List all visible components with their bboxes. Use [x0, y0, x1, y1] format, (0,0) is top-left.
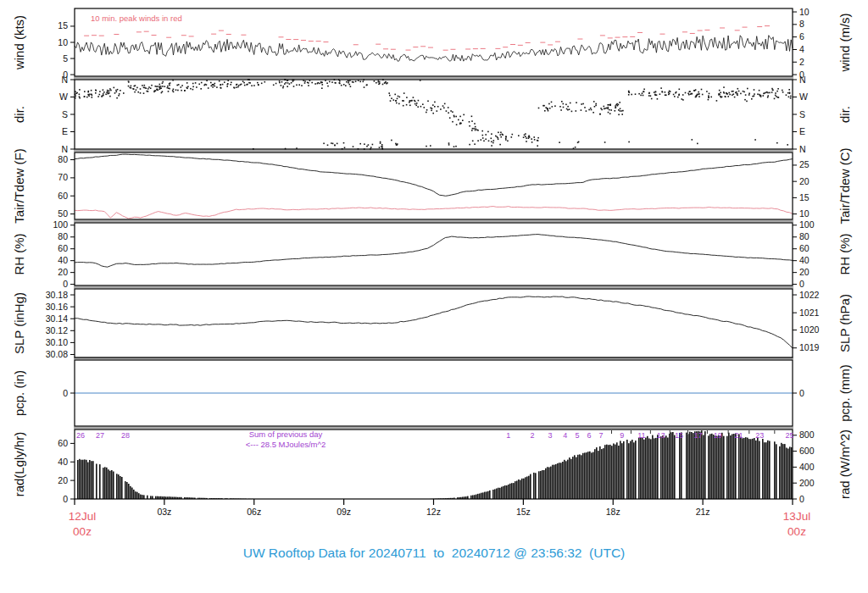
right-tick-label: 25: [799, 159, 810, 169]
direction-dot: [621, 110, 623, 112]
radiation-bar: [623, 441, 625, 499]
direction-dot: [409, 102, 410, 103]
direction-dot: [363, 81, 364, 83]
direction-dot: [593, 112, 594, 114]
direction-dot: [214, 83, 216, 85]
direction-dot: [698, 94, 699, 96]
direction-dot: [719, 94, 721, 96]
direction-dot: [689, 91, 691, 92]
radiation-bar: [84, 459, 86, 499]
direction-dot: [531, 141, 533, 143]
radiation-bar: [694, 431, 696, 499]
direction-dot: [167, 86, 169, 87]
x-start-date-label: 12Jul: [69, 510, 96, 523]
radiation-bar: [508, 485, 509, 499]
direction-dot: [331, 142, 332, 144]
direction-dot: [275, 83, 277, 85]
direction-dot: [631, 94, 632, 96]
direction-dot: [107, 91, 108, 92]
direction-dot: [563, 107, 565, 108]
direction-dot: [381, 144, 383, 146]
figure-title: UW Rooftop Data for 20240711 to 20240712…: [243, 546, 626, 560]
x-end-hour-label: 00z: [787, 525, 806, 538]
radiation-bar: [757, 437, 759, 499]
right-tick-label: E: [799, 126, 805, 136]
direction-dot: [79, 89, 81, 91]
direction-dot: [236, 84, 237, 86]
direction-dot: [511, 136, 513, 138]
direction-dot: [242, 80, 244, 82]
direction-dot: [767, 95, 769, 97]
direction-dot: [688, 94, 690, 96]
direction-dot: [452, 121, 453, 123]
radiation-bar: [594, 449, 596, 499]
radiation-bar: [593, 452, 594, 499]
direction-dot: [422, 103, 424, 105]
direction-dot: [431, 108, 433, 109]
direction-dot: [120, 90, 121, 91]
radiation-bar: [108, 469, 109, 499]
direction-dot: [459, 116, 461, 118]
radiation-bar: [693, 433, 694, 499]
direction-dot: [567, 106, 569, 108]
direction-dot: [485, 134, 487, 136]
radiation-bar: [496, 489, 498, 500]
direction-dot: [201, 82, 203, 84]
direction-dot: [287, 86, 288, 87]
direction-dot: [147, 88, 149, 90]
direction-dot: [469, 125, 470, 127]
direction-dot: [216, 86, 218, 88]
radiation-bar: [665, 435, 667, 499]
mj-marker-label: 25: [785, 431, 793, 440]
radiation-bar: [87, 463, 89, 499]
radiation-bar: [550, 467, 552, 499]
direction-dot: [335, 82, 337, 84]
left-tick-label: 0: [63, 388, 68, 398]
direction-dot: [279, 82, 281, 84]
direction-dot: [682, 94, 684, 96]
direction-dot: [754, 95, 755, 97]
direction-dot: [348, 80, 349, 81]
radiation-bar: [587, 452, 589, 499]
direction-dot: [380, 141, 381, 143]
direction-dot: [475, 126, 476, 128]
direction-dot: [576, 110, 577, 112]
direction-dot: [719, 90, 721, 91]
left-tick-label: E: [62, 126, 68, 136]
direction-dot: [214, 86, 216, 87]
direction-dot: [118, 95, 120, 97]
direction-dot: [344, 147, 346, 149]
radiation-bar: [569, 457, 570, 499]
radiation-bar: [730, 435, 732, 499]
direction-dot: [241, 84, 242, 86]
radiation-bar: [742, 438, 743, 499]
direction-dot: [162, 83, 164, 85]
direction-dot: [131, 86, 132, 87]
left-tick-label: N: [61, 75, 68, 85]
direction-dot: [114, 92, 116, 94]
radiation-bar: [477, 494, 479, 499]
direction-dot: [604, 108, 606, 109]
direction-dot: [184, 90, 186, 91]
direction-dot: [364, 86, 365, 88]
direction-dot: [493, 140, 495, 141]
radiation-bar: [660, 436, 662, 499]
direction-dot: [296, 85, 298, 86]
direction-dot: [291, 82, 292, 84]
mj-marker-label: 5: [575, 431, 579, 440]
direction-dot: [472, 128, 474, 130]
direction-dot: [698, 96, 700, 97]
direction-dot: [186, 82, 188, 84]
left-tick-label: 60: [58, 191, 68, 201]
direction-dot: [87, 91, 89, 93]
radiation-bar: [103, 468, 104, 499]
direction-dot: [697, 94, 698, 96]
direction-dot: [542, 105, 544, 107]
radiation-bar: [787, 449, 789, 500]
direction-dot: [285, 82, 287, 84]
radiation-bar: [586, 452, 587, 499]
direction-dot: [326, 82, 328, 84]
right-tick-label: 2: [799, 57, 804, 67]
direction-dot: [473, 128, 475, 130]
direction-dot: [729, 94, 731, 96]
